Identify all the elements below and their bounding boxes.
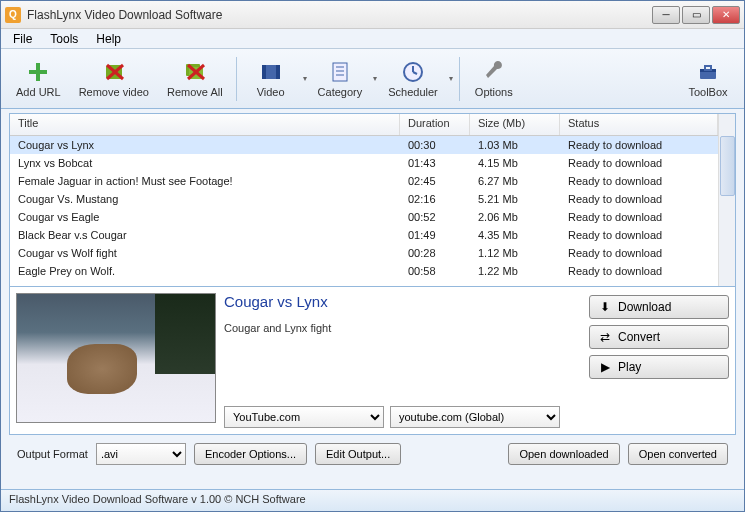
output-format-select[interactable]: .avi [96,443,186,465]
window-title: FlashLynx Video Download Software [27,8,652,22]
bottom-bar: Output Format .avi Encoder Options... Ed… [9,435,736,469]
list-row[interactable]: Female Jaguar in action! Must see Footag… [10,172,718,190]
row-title: Cougar vs Wolf fight [10,247,400,259]
download-label: Download [618,300,671,314]
row-status: Ready to download [560,157,718,169]
remove-all-label: Remove All [167,86,223,98]
row-status: Ready to download [560,229,718,241]
row-duration: 01:43 [400,157,470,169]
row-status: Ready to download [560,211,718,223]
svg-rect-11 [276,65,280,79]
open-converted-button[interactable]: Open converted [628,443,728,465]
list-scrollbar[interactable] [718,114,735,286]
scheduler-dropdown[interactable]: ▾ [447,59,455,99]
row-duration: 01:49 [400,229,470,241]
row-size: 6.27 Mb [470,175,560,187]
encoder-options-button[interactable]: Encoder Options... [194,443,307,465]
row-title: Eagle Prey on Wolf. [10,265,400,277]
list-row[interactable]: Black Bear v.s Cougar01:494.35 MbReady t… [10,226,718,244]
row-size: 1.22 Mb [470,265,560,277]
toolbar-separator [459,57,460,101]
preview-description: Cougar and Lynx fight [224,322,581,406]
download-icon: ⬇ [598,300,612,314]
convert-button[interactable]: ⇄Convert [589,325,729,349]
toolbox-label: ToolBox [688,86,727,98]
scheduler-button[interactable]: Scheduler [379,55,447,103]
list-row[interactable]: Cougar Vs. Mustang02:165.21 MbReady to d… [10,190,718,208]
svg-rect-10 [262,65,266,79]
row-size: 4.35 Mb [470,229,560,241]
download-button[interactable]: ⬇Download [589,295,729,319]
menu-file[interactable]: File [5,30,40,48]
play-button[interactable]: ▶Play [589,355,729,379]
wrench-icon [482,60,506,84]
menu-help[interactable]: Help [88,30,129,48]
scrollbar-thumb[interactable] [720,136,735,196]
row-duration: 00:52 [400,211,470,223]
video-list: Title Duration Size (Mb) Status Cougar v… [9,113,736,287]
col-duration-header[interactable]: Duration [400,114,470,135]
row-status: Ready to download [560,175,718,187]
plus-icon [26,60,50,84]
add-url-label: Add URL [16,86,61,98]
col-title-header[interactable]: Title [10,114,400,135]
svg-rect-12 [333,63,347,81]
col-size-header[interactable]: Size (Mb) [470,114,560,135]
row-size: 1.03 Mb [470,139,560,151]
toolbar-separator [236,57,237,101]
add-url-button[interactable]: Add URL [7,55,70,103]
region-select[interactable]: youtube.com (Global) [390,406,560,428]
row-title: Cougar Vs. Mustang [10,193,400,205]
remove-video-button[interactable]: Remove video [70,55,158,103]
list-row[interactable]: Cougar vs Wolf fight00:281.12 MbReady to… [10,244,718,262]
category-icon [328,60,352,84]
category-label: Category [318,86,363,98]
remove-all-button[interactable]: Remove All [158,55,232,103]
category-dropdown[interactable]: ▾ [371,59,379,99]
category-button[interactable]: Category [309,55,372,103]
close-button[interactable]: ✕ [712,6,740,24]
row-size: 4.15 Mb [470,157,560,169]
row-status: Ready to download [560,193,718,205]
toolbox-button[interactable]: ToolBox [678,55,738,103]
open-downloaded-button[interactable]: Open downloaded [508,443,619,465]
row-duration: 00:58 [400,265,470,277]
list-row[interactable]: Eagle Prey on Wolf.00:581.22 MbReady to … [10,262,718,280]
row-size: 2.06 Mb [470,211,560,223]
video-dropdown[interactable]: ▾ [301,59,309,99]
options-label: Options [475,86,513,98]
row-status: Ready to download [560,247,718,259]
svg-rect-21 [705,66,711,70]
list-row[interactable]: Cougar vs Eagle00:522.06 MbReady to down… [10,208,718,226]
video-icon [259,60,283,84]
source-select[interactable]: YouTube.com [224,406,384,428]
col-status-header[interactable]: Status [560,114,718,135]
toolbox-icon [696,60,720,84]
edit-output-button[interactable]: Edit Output... [315,443,401,465]
list-row[interactable]: Lynx vs Bobcat01:434.15 MbReady to downl… [10,154,718,172]
remove-all-icon [183,60,207,84]
toolbar: Add URL Remove video Remove All Video ▾ … [1,49,744,109]
video-button[interactable]: Video [241,55,301,103]
row-duration: 02:16 [400,193,470,205]
convert-icon: ⇄ [598,330,612,344]
remove-video-icon [102,60,126,84]
row-size: 5.21 Mb [470,193,560,205]
row-title: Cougar vs Lynx [10,139,400,151]
list-header: Title Duration Size (Mb) Status [10,114,718,136]
preview-title: Cougar vs Lynx [224,293,581,310]
row-title: Lynx vs Bobcat [10,157,400,169]
row-size: 1.12 Mb [470,247,560,259]
row-title: Female Jaguar in action! Must see Footag… [10,175,400,187]
row-title: Black Bear v.s Cougar [10,229,400,241]
row-status: Ready to download [560,139,718,151]
menu-tools[interactable]: Tools [42,30,86,48]
minimize-button[interactable]: ─ [652,6,680,24]
row-status: Ready to download [560,265,718,277]
options-button[interactable]: Options [464,55,524,103]
maximize-button[interactable]: ▭ [682,6,710,24]
output-format-label: Output Format [17,448,88,460]
menubar: File Tools Help [1,29,744,49]
preview-panel: Cougar vs Lynx Cougar and Lynx fight You… [9,287,736,435]
list-row[interactable]: Cougar vs Lynx00:301.03 MbReady to downl… [10,136,718,154]
